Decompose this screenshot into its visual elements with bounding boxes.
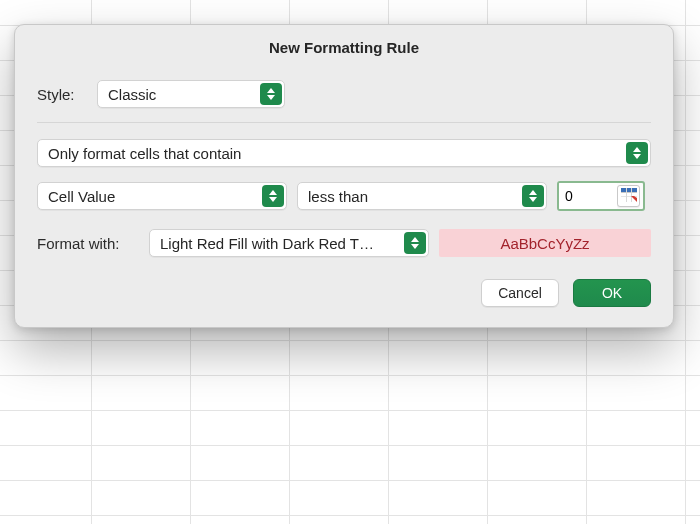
format-with-select[interactable]: Light Red Fill with Dark Red T… — [149, 229, 429, 257]
condition-operator-value: less than — [308, 188, 368, 205]
format-with-label: Format with: — [37, 235, 139, 252]
format-preview-text: AaBbCcYyZz — [500, 235, 589, 252]
cancel-button-label: Cancel — [498, 285, 542, 301]
chevrons-updown-icon — [522, 185, 544, 207]
dialog-footer: Cancel OK — [37, 279, 651, 307]
style-label: Style: — [37, 86, 87, 103]
chevrons-updown-icon — [260, 83, 282, 105]
ok-button-label: OK — [602, 285, 622, 301]
svg-rect-4 — [626, 188, 627, 202]
format-with-value: Light Red Fill with Dark Red T… — [160, 235, 374, 252]
condition-target-value: Cell Value — [48, 188, 115, 205]
range-picker-icon — [621, 188, 637, 205]
condition-value-input[interactable] — [559, 183, 617, 209]
cancel-button[interactable]: Cancel — [481, 279, 559, 307]
condition-operator-select[interactable]: less than — [297, 182, 547, 210]
new-formatting-rule-dialog: New Formatting Rule Style: Classic Only … — [14, 24, 674, 328]
dialog-title: New Formatting Rule — [37, 25, 651, 80]
style-select[interactable]: Classic — [97, 80, 285, 108]
rule-type-value: Only format cells that contain — [48, 145, 241, 162]
svg-rect-5 — [631, 188, 632, 202]
format-preview-swatch: AaBbCcYyZz — [439, 229, 651, 257]
chevrons-updown-icon — [626, 142, 648, 164]
range-picker-button[interactable] — [617, 185, 640, 207]
svg-rect-2 — [621, 192, 637, 193]
ok-button[interactable]: OK — [573, 279, 651, 307]
separator — [37, 122, 651, 123]
condition-target-select[interactable]: Cell Value — [37, 182, 287, 210]
rule-type-select[interactable]: Only format cells that contain — [37, 139, 651, 167]
chevrons-updown-icon — [262, 185, 284, 207]
chevrons-updown-icon — [404, 232, 426, 254]
style-select-value: Classic — [108, 86, 156, 103]
svg-rect-1 — [621, 188, 637, 192]
condition-value-wrap — [557, 181, 645, 211]
